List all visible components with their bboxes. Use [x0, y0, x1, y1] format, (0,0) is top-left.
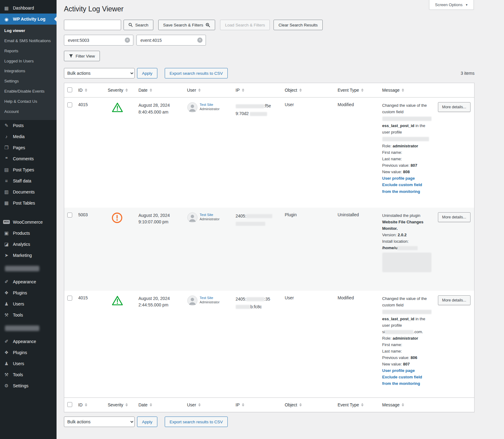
bulk-actions-select[interactable]: Bulk actions	[64, 68, 135, 78]
sidebar-item-plugins-2[interactable]: ❖ Plugins	[0, 347, 57, 358]
more-details-button[interactable]: More details...	[438, 295, 471, 305]
sidebar-item-posts[interactable]: ✎ Posts	[0, 120, 57, 131]
column-header-ip[interactable]: IP	[236, 402, 244, 407]
sidebar-item-wp-activity-log[interactable]: ◉ WP Activity Log	[0, 14, 57, 25]
column-header-id[interactable]: ID	[78, 88, 87, 93]
sort-icon[interactable]	[85, 89, 87, 92]
table-row: 4015 August 28, 2024 8:40:45.000 am Test…	[64, 98, 474, 208]
user-profile-page-link[interactable]: User profile page	[382, 175, 432, 182]
column-header-user[interactable]: User	[187, 402, 201, 407]
user-profile-page-link[interactable]: User profile page	[382, 367, 432, 374]
sidebar-item-logged-in-users[interactable]: Logged In Users	[0, 56, 57, 66]
column-header-event-type[interactable]: Event Type	[338, 402, 364, 407]
apply-button[interactable]: Apply	[137, 68, 157, 78]
sidebar-item-users-2[interactable]: ♟ Users	[0, 358, 57, 369]
user-name-link[interactable]: Test Site	[200, 213, 220, 217]
column-header-user[interactable]: User	[187, 88, 201, 93]
sort-icon[interactable]	[361, 89, 364, 92]
ip-address[interactable]: 2405:	[233, 208, 282, 291]
user-name-link[interactable]: Test Site	[200, 103, 220, 106]
column-header-message[interactable]: Message	[382, 402, 404, 407]
ip-address[interactable]: :f5e 9:70d2	[233, 98, 282, 208]
sort-icon[interactable]	[150, 403, 152, 406]
more-details-button[interactable]: More details...	[438, 102, 471, 112]
search-icon	[128, 23, 133, 27]
user-name-link[interactable]: Test Site	[200, 296, 220, 300]
column-header-object[interactable]: Object	[285, 88, 302, 93]
column-header-object[interactable]: Object	[285, 402, 302, 407]
filter-view-button[interactable]: Filter View	[64, 51, 100, 61]
sidebar-item-dashboard[interactable]: ▦ Dashboard	[0, 2, 57, 14]
sidebar-item-settings-2[interactable]: ⚙ Settings	[0, 380, 57, 391]
sidebar-item-email-sms-notifications[interactable]: Email & SMS Notifications	[0, 36, 57, 46]
sidebar-item-label: Marketing	[13, 253, 32, 258]
exclude-custom-field-link[interactable]: Exclude custom field from the monitoring	[382, 374, 432, 387]
sidebar-item-tools[interactable]: ⚒ Tools	[0, 309, 57, 321]
sidebar-item-documents[interactable]: ▥ Documents	[0, 186, 57, 198]
sidebar-item-reports[interactable]: Reports	[0, 46, 57, 56]
column-header-date[interactable]: Date	[139, 88, 152, 93]
sort-icon[interactable]	[198, 403, 201, 406]
column-header-date[interactable]: Date	[139, 402, 152, 407]
search-input[interactable]	[64, 20, 121, 30]
sidebar-item-settings[interactable]: Settings	[0, 76, 57, 86]
column-header-severity[interactable]: Severity	[108, 402, 128, 407]
more-details-button[interactable]: More details...	[438, 212, 471, 222]
search-button[interactable]: Search	[124, 20, 153, 30]
row-checkbox[interactable]	[67, 213, 72, 218]
sort-icon[interactable]	[299, 89, 302, 92]
column-header-ip[interactable]: IP	[236, 88, 244, 93]
select-all-checkbox[interactable]	[67, 402, 72, 407]
select-all-checkbox[interactable]	[67, 87, 72, 92]
row-checkbox[interactable]	[67, 102, 72, 107]
submenu-item-label: Integrations	[4, 69, 25, 73]
sidebar-item-marketing[interactable]: ➤ Marketing	[0, 250, 57, 261]
sidebar-item-appearance-2[interactable]: ✐ Appearance	[0, 336, 57, 347]
sort-icon[interactable]	[242, 403, 244, 406]
sidebar-item-staff-data[interactable]: ≡ Staff data	[0, 175, 57, 186]
column-header-id[interactable]: ID	[78, 402, 87, 407]
sidebar-item-post-types[interactable]: ▤ Post Types	[0, 164, 57, 175]
sidebar-item-media[interactable]: ♪ Media	[0, 131, 57, 142]
sidebar-item-tools-2[interactable]: ⚒ Tools	[0, 369, 57, 380]
sidebar-item-help-contact-us[interactable]: Help & Contact Us	[0, 97, 57, 107]
apply-button-bottom[interactable]: Apply	[137, 417, 157, 427]
sort-icon[interactable]	[402, 403, 404, 406]
sidebar-item-comments[interactable]: ❝ Comments	[0, 153, 57, 164]
clear-search-results-button[interactable]: Clear Search Results	[274, 20, 323, 30]
remove-chip-icon[interactable]: ×	[125, 38, 130, 43]
bulk-actions-select-bottom[interactable]: Bulk actions	[64, 417, 135, 427]
sort-icon[interactable]	[242, 89, 244, 92]
sidebar-item-account[interactable]: Account	[0, 107, 57, 117]
sidebar-item-enable-disable-events[interactable]: Enable/Disable Events	[0, 86, 57, 97]
sidebar-item-post-tables[interactable]: ▦ Post Tables	[0, 198, 57, 209]
sidebar-item-woocommerce[interactable]: WOO WooCommerce	[0, 217, 57, 228]
ip-address[interactable]: 2405::35 b:fc8c	[233, 291, 282, 398]
screen-options-button[interactable]: Screen Options ▼	[429, 0, 474, 10]
sort-icon[interactable]	[361, 403, 364, 406]
exclude-custom-field-link[interactable]: Exclude custom field from the monitoring	[382, 182, 432, 194]
sidebar-item-analytics[interactable]: ◪ Analytics	[0, 239, 57, 250]
sort-icon[interactable]	[125, 89, 128, 92]
sidebar-item-products[interactable]: ▣ Products	[0, 228, 57, 239]
sidebar-item-users[interactable]: ♟ Users	[0, 298, 57, 309]
sidebar-item-log-viewer[interactable]: Log viewer	[0, 26, 57, 36]
export-csv-button-bottom[interactable]: Export search results to CSV	[165, 417, 228, 427]
row-checkbox[interactable]	[67, 296, 72, 301]
sort-icon[interactable]	[198, 89, 201, 92]
remove-chip-icon[interactable]: ×	[197, 38, 203, 43]
sort-icon[interactable]	[299, 403, 302, 406]
sort-icon[interactable]	[125, 403, 128, 406]
column-header-event-type[interactable]: Event Type	[338, 88, 364, 93]
sidebar-item-plugins[interactable]: ❖ Plugins	[0, 287, 57, 298]
column-header-severity[interactable]: Severity	[108, 88, 128, 93]
sidebar-item-pages[interactable]: ❐ Pages	[0, 142, 57, 153]
save-search-filters-button[interactable]: Save Search & Filters	[158, 20, 215, 30]
sort-icon[interactable]	[85, 403, 87, 406]
sidebar-item-integrations[interactable]: Integrations	[0, 66, 57, 76]
sort-icon[interactable]	[402, 89, 404, 92]
export-csv-button[interactable]: Export search results to CSV	[165, 68, 228, 78]
column-header-message[interactable]: Message	[382, 88, 404, 93]
sort-icon[interactable]	[150, 89, 152, 92]
sidebar-item-appearance[interactable]: ✐ Appearance	[0, 276, 57, 287]
